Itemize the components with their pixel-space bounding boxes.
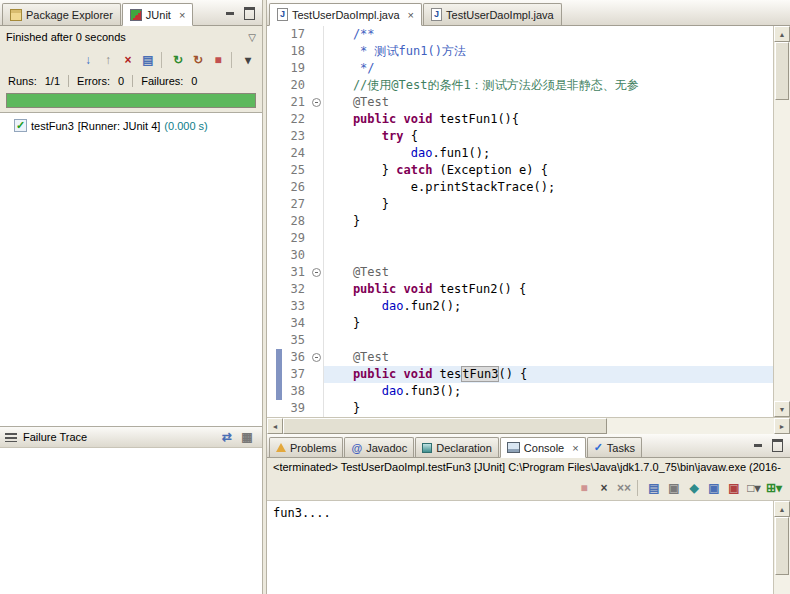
stop-junit-run-icon[interactable]: ■ xyxy=(208,51,228,69)
code-line[interactable]: } xyxy=(324,315,773,332)
scroll-up-icon[interactable]: ▲ xyxy=(774,26,790,42)
code-line[interactable]: public void testFun3() { xyxy=(324,366,773,383)
tab-problems[interactable]: Problems xyxy=(269,437,343,457)
line-number: 34 xyxy=(282,315,310,332)
line-number: 22 xyxy=(282,111,310,128)
failure-trace-title: Failure Trace xyxy=(23,431,87,443)
scroll-thumb[interactable] xyxy=(775,517,789,575)
fold-ruler[interactable] xyxy=(310,26,324,417)
rerun-failed-first-icon[interactable]: ↻ xyxy=(188,51,208,69)
tab-junit[interactable]: JUnit × xyxy=(122,3,194,26)
fold-slot xyxy=(310,145,323,162)
minimize-view-icon[interactable] xyxy=(222,6,238,21)
fold-slot xyxy=(310,281,323,298)
scroll-track[interactable] xyxy=(774,575,790,594)
editor-tab-testuserdaoimpl-2[interactable]: J TestUserDaoImpl.java xyxy=(423,3,562,25)
code-line[interactable]: @Test xyxy=(324,264,773,281)
code-line[interactable]: */ xyxy=(324,60,773,77)
clear-console-icon[interactable]: ▤ xyxy=(644,479,664,497)
code-line[interactable]: dao.fun1(); xyxy=(324,145,773,162)
code-line[interactable]: @Test xyxy=(324,94,773,111)
maximize-view-icon[interactable] xyxy=(769,438,785,453)
previous-failed-test-icon[interactable]: ↑ xyxy=(98,51,118,69)
fold-collapse-icon[interactable] xyxy=(312,98,321,107)
fold-collapse-icon[interactable] xyxy=(312,353,321,362)
code-line[interactable] xyxy=(324,230,773,247)
scroll-track[interactable] xyxy=(774,100,790,401)
scroll-thumb[interactable] xyxy=(283,418,607,434)
code-line[interactable]: dao.fun2(); xyxy=(324,298,773,315)
tab-tasks[interactable]: ✓ Tasks xyxy=(587,437,642,457)
scroll-track[interactable] xyxy=(607,418,774,434)
code-line[interactable]: } xyxy=(324,400,773,417)
java-file-icon: J xyxy=(431,8,442,21)
toolbar-separator xyxy=(637,480,641,496)
show-console-on-stdout-icon[interactable]: ▣ xyxy=(704,479,724,497)
code-line[interactable]: * 测试fun1()方法 xyxy=(324,43,773,60)
scroll-right-icon[interactable]: ► xyxy=(774,418,790,434)
fold-collapse-icon[interactable] xyxy=(312,268,321,277)
console-vertical-scrollbar[interactable]: ▲ xyxy=(773,501,790,594)
open-console-menu-icon[interactable]: ⊞▾ xyxy=(764,479,784,497)
code-line[interactable] xyxy=(324,247,773,264)
code-line[interactable]: dao.fun3(); xyxy=(324,383,773,400)
scroll-left-icon[interactable]: ◄ xyxy=(267,418,283,434)
code-lines[interactable]: /** * 测试fun1()方法 */ //使用@Test的条件1：测试方法必须… xyxy=(324,26,773,417)
terminate-icon[interactable]: ■ xyxy=(574,479,594,497)
code-line[interactable]: /** xyxy=(324,26,773,43)
code-line[interactable]: e.printStackTrace(); xyxy=(324,179,773,196)
fold-slot xyxy=(310,230,323,247)
annotation-ruler[interactable] xyxy=(267,26,282,417)
tab-console[interactable]: Console × xyxy=(500,437,586,458)
show-skipped-tests-icon[interactable]: ▤ xyxy=(138,51,158,69)
junit-test-tree[interactable]: ✓ testFun3 [Runner: JUnit 4] (0.000 s) xyxy=(0,112,262,426)
junit-progress-fill xyxy=(7,94,255,107)
editor-vertical-scrollbar[interactable]: ▲ ▼ xyxy=(773,26,790,417)
code-line[interactable] xyxy=(324,332,773,349)
code-line[interactable]: try { xyxy=(324,128,773,145)
code-line[interactable]: } xyxy=(324,213,773,230)
rerun-test-icon[interactable]: ↻ xyxy=(168,51,188,69)
close-icon[interactable]: × xyxy=(408,10,414,20)
code-line[interactable]: } xyxy=(324,196,773,213)
scroll-up-icon[interactable]: ▲ xyxy=(774,501,790,517)
close-icon[interactable]: × xyxy=(572,443,578,453)
pin-console-icon[interactable]: ◆ xyxy=(684,479,704,497)
scroll-thumb[interactable] xyxy=(775,42,789,100)
scroll-down-icon[interactable]: ▼ xyxy=(774,401,790,417)
tab-package-explorer[interactable]: Package Explorer xyxy=(2,3,121,25)
code-line[interactable]: public void testFun1(){ xyxy=(324,111,773,128)
scroll-lock-icon[interactable]: ▣ xyxy=(664,479,684,497)
junit-counts: Runs: 1/1 Errors: 0 Failures: 0 xyxy=(0,72,262,90)
tab-declaration[interactable]: Declaration xyxy=(415,437,499,457)
remove-launch-icon[interactable]: × xyxy=(594,479,614,497)
view-pulldown-icon[interactable]: ▽ xyxy=(248,32,256,43)
test-result-item[interactable]: ✓ testFun3 [Runner: JUnit 4] (0.000 s) xyxy=(0,118,262,133)
display-selected-console-icon[interactable]: □▾ xyxy=(744,479,764,497)
tab-javadoc[interactable]: @ Javadoc xyxy=(344,437,414,457)
test-passed-icon: ✓ xyxy=(14,119,27,132)
remove-all-launches-icon[interactable]: ×× xyxy=(614,479,634,497)
code-line[interactable]: @Test xyxy=(324,349,773,366)
next-failed-test-icon[interactable]: ↓ xyxy=(78,51,98,69)
code-line[interactable]: //使用@Test的条件1：测试方法必须是非静态、无参 xyxy=(324,77,773,94)
test-run-history-menu-icon[interactable]: ▾ xyxy=(238,51,258,69)
annotation-slot xyxy=(267,298,282,315)
console-output[interactable]: fun3.... xyxy=(267,501,773,594)
code-line[interactable]: } catch (Exception e) { xyxy=(324,162,773,179)
close-icon[interactable]: × xyxy=(179,10,185,20)
failure-trace-header[interactable]: Failure Trace ⇄▦ xyxy=(0,426,262,448)
tab-label: JUnit xyxy=(146,9,171,21)
code-line[interactable]: public void testFun2() { xyxy=(324,281,773,298)
toolbar-separator xyxy=(161,52,165,68)
compare-result-icon[interactable]: ▦ xyxy=(237,428,257,446)
annotation-slot xyxy=(267,400,282,417)
minimize-view-icon[interactable] xyxy=(750,438,766,453)
line-number-ruler[interactable]: 1718192021222324252627282930313233343536… xyxy=(282,26,310,417)
editor-horizontal-scrollbar[interactable]: ◄ ► xyxy=(267,417,790,434)
show-console-on-stderr-icon[interactable]: ▣ xyxy=(724,479,744,497)
maximize-view-icon[interactable] xyxy=(241,6,257,21)
editor-tab-testuserdaoimpl-1[interactable]: J TestUserDaoImpl.java × xyxy=(269,3,422,26)
filter-stack-trace-icon[interactable]: ⇄ xyxy=(217,428,237,446)
show-failures-only-icon[interactable]: × xyxy=(118,51,138,69)
